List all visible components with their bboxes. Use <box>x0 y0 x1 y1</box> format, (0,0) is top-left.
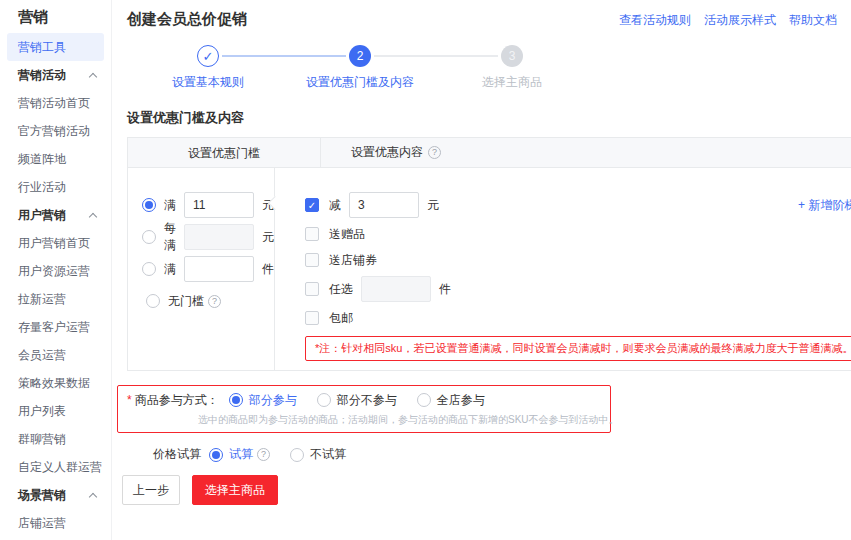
sidebar-item[interactable]: 营销活动首页 <box>0 89 111 117</box>
sidebar-group-label: 用户营销 <box>18 208 66 222</box>
step-done-check-icon: ✓ <box>197 45 219 67</box>
participation-option-partial-exclude[interactable]: 部分不参与 <box>317 392 397 409</box>
sidebar-title: 营销 <box>0 0 111 31</box>
participation-option-whole-store[interactable]: 全店参与 <box>417 392 485 409</box>
option-label: 减 <box>329 197 341 214</box>
threshold-option-full-count: 满 件 <box>142 256 274 282</box>
activity-display-style-link[interactable]: 活动展示样式 <box>704 12 776 29</box>
chevron-up-icon <box>89 73 97 81</box>
sidebar-item[interactable]: 会员运营 <box>0 341 111 369</box>
option-label: 部分不参与 <box>337 392 397 409</box>
radio-icon[interactable] <box>146 294 160 308</box>
option-label: 试算 <box>229 446 253 463</box>
help-icon[interactable]: ? <box>208 295 221 308</box>
price-trial-option-trial[interactable]: 试算 ? <box>209 446 270 463</box>
sidebar-item[interactable]: 拉新运营 <box>0 285 111 313</box>
sidebar-item[interactable]: 群聊营销 <box>0 425 111 453</box>
help-icon[interactable]: ? <box>257 448 270 461</box>
required-asterisk: * <box>127 393 132 407</box>
radio-icon[interactable] <box>142 262 156 276</box>
content-option-gift: 送赠品 <box>305 224 851 244</box>
reduce-amount-input[interactable] <box>349 192 419 218</box>
sidebar-item[interactable]: 用户资源运营 <box>0 257 111 285</box>
discount-table: 设置优惠门槛 设置优惠内容 ? 满 元 每 <box>127 137 851 371</box>
radio-selected-icon[interactable] <box>142 198 156 212</box>
sidebar-group-label: 场景营销 <box>18 488 66 502</box>
sidebar-item[interactable]: 行业活动 <box>0 173 111 201</box>
sidebar-item[interactable]: 频道阵地 <box>0 145 111 173</box>
option-label: 送店铺券 <box>329 252 377 269</box>
sidebar-item-marketing-tools[interactable]: 营销工具 <box>7 33 104 61</box>
previous-step-button[interactable]: 上一步 <box>122 475 180 505</box>
checkbox-icon[interactable] <box>305 253 319 267</box>
radio-icon <box>317 393 331 407</box>
participation-helper-text: 选中的商品即为参与活动的商品；活动期间，参与活动的商品下新增的SKU不会参与到活… <box>198 413 610 427</box>
chevron-up-icon <box>89 213 97 221</box>
sidebar-item[interactable]: 自定义人群运营 <box>0 453 111 481</box>
content-option-free-shipping: 包邮 <box>305 308 851 328</box>
step-basic-rules[interactable]: ✓ 设置基本规则 <box>132 45 284 91</box>
threshold-option-every-amount: 每满 元 <box>142 224 274 250</box>
select-main-product-button[interactable]: 选择主商品 <box>192 475 278 505</box>
step-select-main-product: 3 选择主商品 <box>436 45 588 91</box>
radio-icon <box>417 393 431 407</box>
sidebar-item[interactable]: 官方营销活动 <box>0 117 111 145</box>
table-header-row: 设置优惠门槛 设置优惠内容 ? <box>128 138 851 168</box>
content-option-store-coupon: 送店铺券 <box>305 250 851 270</box>
add-tier-label: 新增阶梯 <box>808 198 851 212</box>
step-label: 选择主商品 <box>482 74 542 91</box>
sidebar-group-user-marketing[interactable]: 用户营销 <box>0 201 111 229</box>
header-links: 查看活动规则 活动展示样式 帮助文档 <box>619 10 837 29</box>
sidebar-group-scene-marketing[interactable]: 场景营销 <box>0 481 111 509</box>
price-trial-option-no-trial[interactable]: 不试算 <box>290 446 346 463</box>
stepper: ✓ 设置基本规则 2 设置优惠门槛及内容 3 选择主商品 <box>132 45 851 91</box>
main-content: 创建会员总价促销 查看活动规则 活动展示样式 帮助文档 ✓ 设置基本规则 2 设… <box>112 0 851 540</box>
threshold-column-header: 设置优惠门槛 <box>128 138 321 167</box>
plus-icon: + <box>798 198 805 212</box>
radio-icon <box>290 448 304 462</box>
checkbox-icon[interactable] <box>305 227 319 241</box>
participation-label: 商品参与方式： <box>135 392 219 409</box>
checkbox-icon[interactable] <box>305 311 319 325</box>
option-label: 部分参与 <box>249 392 297 409</box>
unit-label: 元 <box>262 229 274 246</box>
view-activity-rules-link[interactable]: 查看活动规则 <box>619 12 691 29</box>
radio-icon[interactable] <box>142 230 156 244</box>
page-header: 创建会员总价促销 查看活动规则 活动展示样式 帮助文档 <box>112 0 851 29</box>
checkbox-icon[interactable] <box>305 282 319 296</box>
option-label: 每满 <box>164 220 176 254</box>
sidebar: 营销 营销工具 营销活动 营销活动首页 官方营销活动 频道阵地 行业活动 用户营… <box>0 0 112 540</box>
section-title: 设置优惠门槛及内容 <box>127 109 851 127</box>
radio-selected-icon <box>209 448 223 462</box>
option-label: 包邮 <box>329 310 353 327</box>
sidebar-item[interactable]: 用户营销首页 <box>0 229 111 257</box>
chevron-up-icon <box>89 493 97 501</box>
checkbox-checked-icon[interactable]: ✓ <box>305 198 319 212</box>
participation-option-partial[interactable]: 部分参与 <box>229 392 297 409</box>
unit-label: 件 <box>439 281 451 298</box>
help-icon[interactable]: ? <box>428 146 441 159</box>
item-count-input[interactable] <box>184 256 254 282</box>
help-docs-link[interactable]: 帮助文档 <box>789 12 837 29</box>
footer-actions: 上一步 选择主商品 <box>122 475 851 505</box>
step-label: 设置优惠门槛及内容 <box>306 74 414 91</box>
content-option-any-pick: 任选 件 <box>305 276 851 302</box>
step-discount-settings[interactable]: 2 设置优惠门槛及内容 <box>284 45 436 91</box>
threshold-amount-input[interactable] <box>184 192 254 218</box>
threshold-option-no-threshold: 无门槛 ? <box>142 288 274 314</box>
threshold-cell: 满 元 每满 元 满 件 <box>128 168 275 370</box>
participation-row: * 商品参与方式： 部分参与 部分不参与 全店参与 <box>127 391 610 409</box>
page-title: 创建会员总价促销 <box>127 10 247 29</box>
add-tier-link[interactable]: + 新增阶梯 <box>798 197 851 214</box>
step-number: 2 <box>349 45 371 67</box>
sidebar-group-marketing-activities[interactable]: 营销活动 <box>0 61 111 89</box>
content-cell: ✓ 减 元 送赠品 送店铺券 任选 <box>275 168 851 370</box>
option-label: 无门槛 <box>168 293 204 310</box>
sidebar-item[interactable]: 存量客户运营 <box>0 313 111 341</box>
option-label: 满 <box>164 261 176 278</box>
sidebar-item[interactable]: 用户列表 <box>0 397 111 425</box>
sidebar-item[interactable]: 策略效果数据 <box>0 369 111 397</box>
content-header-label: 设置优惠内容 <box>351 144 423 161</box>
option-label: 不试算 <box>310 446 346 463</box>
sidebar-item[interactable]: 店铺运营 <box>0 509 111 537</box>
